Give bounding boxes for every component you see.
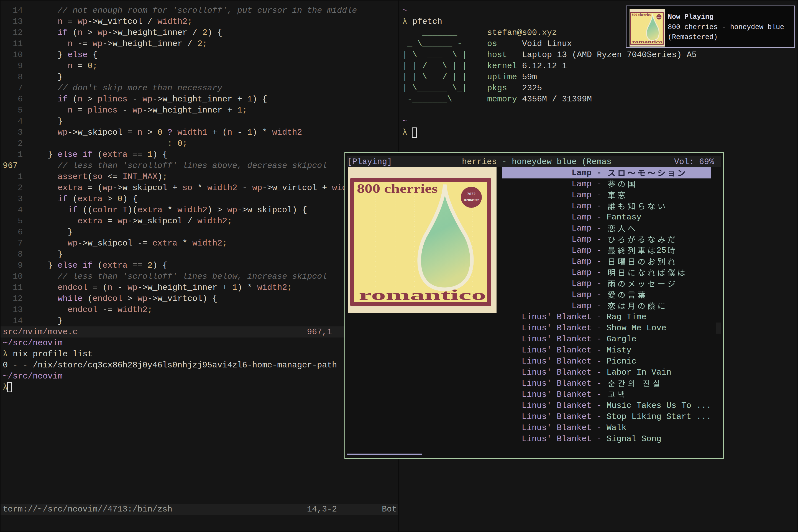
svg-text:2022: 2022	[658, 16, 660, 17]
svg-text:romantico: romantico	[632, 40, 663, 44]
svg-text:Remaster: Remaster	[657, 17, 661, 18]
svg-text:800 cherries: 800 cherries	[632, 13, 651, 16]
